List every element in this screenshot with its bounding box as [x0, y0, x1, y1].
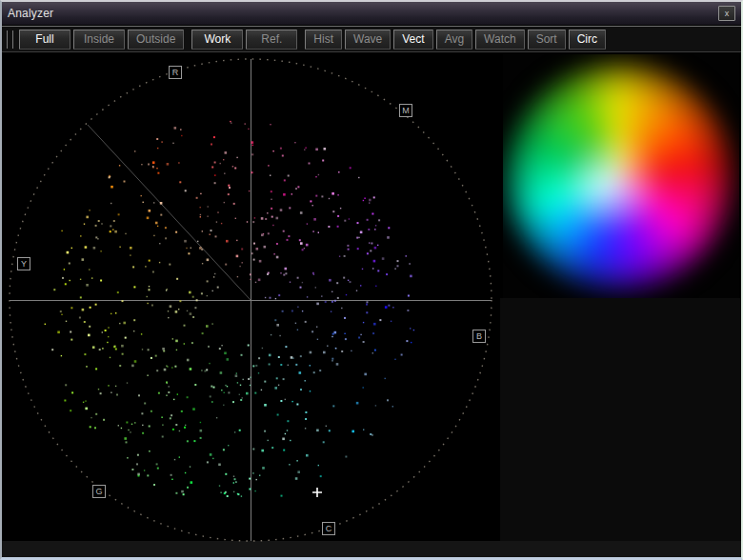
marker-r-label: R [172, 68, 179, 77]
toolbar-button-sort[interactable]: Sort [528, 30, 566, 50]
toolbar-group-source: WorkRef. [191, 30, 297, 50]
toolbar-button-full[interactable]: Full [19, 30, 70, 50]
scatter-dots [45, 121, 415, 497]
close-button[interactable]: x [718, 6, 735, 21]
toolbar-group-view: FullInsideOutside [19, 30, 184, 50]
marker-g-label: G [95, 487, 102, 496]
toolbar-group-mode: HistWaveVectAvgWatchSortCirc [305, 30, 606, 50]
marker-m-label: M [402, 106, 410, 115]
toolbar-button-wave[interactable]: Wave [345, 30, 391, 50]
toolbar-button-avg[interactable]: Avg [436, 30, 472, 50]
vectorscope-panel[interactable]: RMBCGY [2, 52, 741, 557]
titlebar[interactable]: Analyzer x [2, 2, 741, 26]
toolbar-button-outside[interactable]: Outside [128, 30, 184, 50]
toolbar-button-circ[interactable]: Circ [569, 30, 606, 50]
toolbar-button-watch[interactable]: Watch [475, 30, 525, 50]
crosshair-cursor-icon[interactable] [312, 488, 322, 497]
content-area: RMBCGY [2, 52, 741, 557]
toolbar-button-inside[interactable]: Inside [73, 30, 125, 50]
toolbar-button-vect[interactable]: Vect [393, 30, 432, 50]
skin-tone-line [88, 125, 251, 300]
window-title: Analyzer [8, 7, 53, 20]
marker-b-label: B [476, 331, 482, 341]
toolbar-gripper-icon[interactable] [7, 30, 13, 49]
toolbar: FullInsideOutside WorkRef. HistWaveVectA… [2, 26, 741, 52]
analyzer-window: Analyzer x FullInsideOutside WorkRef. Hi… [0, 0, 743, 560]
close-icon: x [725, 10, 730, 18]
marker-y-label: Y [21, 259, 27, 269]
toolbar-button-ref[interactable]: Ref. [246, 30, 297, 50]
marker-c-label: C [326, 524, 332, 533]
toolbar-button-hist[interactable]: Hist [305, 30, 342, 50]
toolbar-button-work[interactable]: Work [191, 30, 243, 50]
